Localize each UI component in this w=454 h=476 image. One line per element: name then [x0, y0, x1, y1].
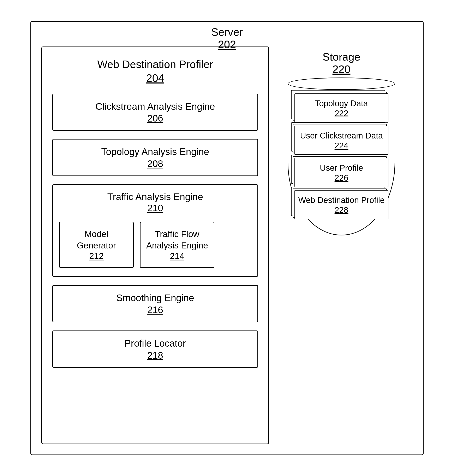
- model-gen-title: Model Generator: [77, 229, 116, 250]
- user-clickstream-stack: User Clickstream Data 224: [295, 126, 388, 155]
- profiler-name: Web Destination Profiler: [97, 58, 213, 70]
- clickstream-title: Clickstream Analysis Engine: [95, 101, 215, 112]
- traffic-analysis-ref: 210: [59, 202, 251, 213]
- cylinder-wrapper: Topology Data 222 User Clickstream Data …: [288, 78, 395, 235]
- left-column: Web Destination Profiler 204 Clickstream…: [41, 46, 269, 444]
- server-box: Server 202 Web Destination Profiler 204 …: [30, 21, 424, 455]
- page-container: Server 202 Web Destination Profiler 204 …: [10, 11, 444, 465]
- profile-locator-ref: 218: [57, 350, 253, 361]
- user-profile-ref: 226: [298, 173, 385, 183]
- web-dest-profile-title: Web Destination Profile: [298, 196, 385, 205]
- storage-title: Storage: [323, 51, 360, 63]
- profiler-ref: 204: [52, 71, 258, 85]
- storage-ref: 220: [323, 63, 360, 75]
- traffic-analysis-box: Traffic Analysis Engine 210 Model Genera…: [52, 184, 258, 277]
- user-clickstream-front: User Clickstream Data 224: [295, 126, 388, 155]
- web-dest-profile-stack: Web Destination Profile 228: [295, 190, 388, 219]
- server-title: Server: [211, 26, 243, 38]
- smoothing-title: Smoothing Engine: [116, 293, 194, 303]
- traffic-flow-ref: 214: [145, 251, 210, 261]
- topology-ref: 208: [57, 158, 253, 169]
- user-profile-stack: User Profile 226: [295, 158, 388, 187]
- user-clickstream-title: User Clickstream Data: [300, 131, 383, 140]
- traffic-flow-box: Traffic Flow Analysis Engine 214: [140, 222, 214, 268]
- user-profile-front: User Profile 226: [295, 158, 388, 187]
- clickstream-box: Clickstream Analysis Engine 206: [52, 94, 258, 131]
- traffic-analysis-name: Traffic Analysis Engine: [107, 191, 203, 202]
- topology-title: Topology Analysis Engine: [101, 146, 209, 157]
- user-clickstream-ref: 224: [298, 141, 385, 150]
- user-profile-title: User Profile: [320, 163, 363, 172]
- profile-locator-title: Profile Locator: [125, 338, 186, 349]
- web-dest-profile-ref: 228: [298, 205, 385, 215]
- cylinder-body: Topology Data 222 User Clickstream Data …: [288, 89, 395, 235]
- profile-locator-box: Profile Locator 218: [52, 330, 258, 368]
- smoothing-box: Smoothing Engine 216: [52, 285, 258, 322]
- topology-data-title: Topology Data: [315, 99, 368, 108]
- topology-data-front: Topology Data 222: [295, 93, 388, 123]
- model-gen-box: Model Generator 212: [59, 222, 134, 268]
- right-column: Storage 220 Topology Data 222: [281, 46, 401, 444]
- cylinder-top: [288, 78, 395, 90]
- model-gen-ref: 212: [64, 251, 129, 261]
- web-dest-profile-front: Web Destination Profile 228: [295, 190, 388, 219]
- topology-box: Topology Analysis Engine 208: [52, 139, 258, 176]
- profiler-title: Web Destination Profiler 204: [52, 58, 258, 85]
- clickstream-ref: 206: [57, 113, 253, 124]
- smoothing-ref: 216: [57, 304, 253, 315]
- topology-data-ref: 222: [298, 109, 385, 118]
- traffic-flow-title: Traffic Flow Analysis Engine: [146, 229, 208, 250]
- traffic-sub-row: Model Generator 212 Traffic Flow Analysi…: [59, 222, 251, 268]
- traffic-analysis-title: Traffic Analysis Engine 210: [59, 191, 251, 213]
- profiler-box: Web Destination Profiler 204 Clickstream…: [41, 46, 269, 444]
- storage-container: Storage 220 Topology Data 222: [281, 46, 401, 235]
- topology-data-stack: Topology Data 222: [295, 93, 388, 123]
- storage-label: Storage 220: [323, 51, 360, 75]
